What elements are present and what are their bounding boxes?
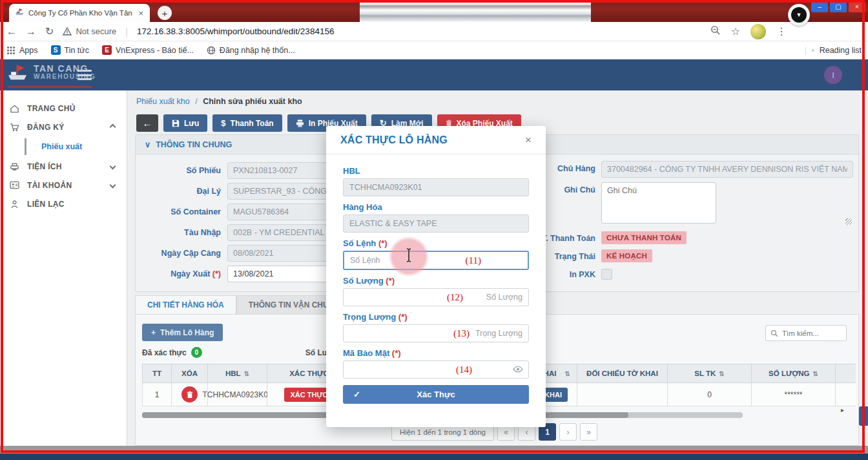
col-header-sl-tk[interactable]: SL TK⇅ bbox=[668, 364, 752, 383]
scroll-right-arrow-icon[interactable]: ▸ bbox=[841, 406, 844, 413]
sidebar-item-trang-chu[interactable]: TRANG CHỦ bbox=[0, 99, 127, 117]
edge-widget[interactable] bbox=[859, 406, 868, 426]
ghi-chu-textarea[interactable] bbox=[601, 182, 716, 224]
modal-so-lenh-input[interactable] bbox=[343, 251, 529, 270]
menu-hamburger-icon[interactable] bbox=[78, 70, 92, 80]
save-label: Lưu bbox=[184, 119, 199, 128]
sidebar-item-tai-khoan[interactable]: TÀI KHOẢN bbox=[0, 176, 127, 194]
modal-so-luong-input[interactable] bbox=[343, 288, 529, 306]
sharepoint-icon: S bbox=[51, 45, 61, 55]
add-lot-button[interactable]: + Thêm Lô Hàng bbox=[142, 324, 223, 341]
modal-title: XÁC THỰC LÔ HÀNG bbox=[340, 134, 448, 146]
annotation-12: (12) bbox=[447, 292, 463, 303]
row-cell-so-luong: ****** bbox=[752, 383, 836, 406]
browser-forward-icon[interactable]: → bbox=[26, 26, 36, 37]
back-button[interactable]: ← bbox=[136, 114, 158, 132]
screen-recorder-button[interactable]: ▼ bbox=[788, 4, 810, 26]
browser-profile-avatar[interactable] bbox=[750, 24, 766, 39]
bookmark-apps-label: Apps bbox=[19, 46, 38, 55]
modal-trong-luong-input[interactable] bbox=[343, 324, 529, 342]
pay-label: Thanh Toán bbox=[231, 119, 274, 128]
collapse-chevron-icon: ∨ bbox=[145, 140, 150, 149]
sidebar-label: TÀI KHOẢN bbox=[27, 181, 72, 190]
modal-ma-bao-mat-input[interactable] bbox=[343, 361, 529, 379]
sidebar-item-phieu-xuat[interactable]: Phiếu xuất bbox=[0, 137, 127, 156]
sidebar-item-lien-lac[interactable]: LIÊN LẠC bbox=[0, 195, 127, 213]
bookmark-star-icon[interactable]: ☆ bbox=[731, 26, 740, 37]
modal-label-ma-bao-mat: Mã Bảo Mật (*) bbox=[343, 348, 529, 358]
show-password-eye-icon[interactable] bbox=[513, 364, 523, 375]
modal-label-so-luong: Số Lượng (*) bbox=[343, 276, 529, 286]
tab-chi-tiet-hang-hoa[interactable]: CHI TIẾT HÀNG HÓA bbox=[135, 295, 236, 315]
breadcrumb: Phiếu xuất kho / Chỉnh sửa phiếu xuất kh… bbox=[136, 97, 302, 106]
bookmark-vnexpress[interactable]: E VnExpress - Báo tiế... bbox=[102, 45, 194, 55]
modal-goods-input bbox=[343, 214, 529, 233]
row-cell-trong-luong bbox=[836, 383, 856, 406]
account-card-icon bbox=[9, 181, 19, 189]
bookmarks-divider: | bbox=[805, 46, 807, 55]
trash-icon bbox=[187, 391, 193, 399]
printer-icon bbox=[296, 120, 304, 127]
col-header-hbl[interactable]: HBL⇅ bbox=[208, 364, 267, 383]
table-search[interactable] bbox=[765, 325, 847, 341]
bookmark-vnexpress-label: VnExpress - Báo tiế... bbox=[116, 46, 194, 55]
breadcrumb-parent-link[interactable]: Phiếu xuất kho bbox=[136, 97, 190, 106]
breadcrumb-separator: / bbox=[195, 97, 197, 106]
bookmark-tin-tuc[interactable]: S Tin tức bbox=[51, 45, 89, 55]
window-maximize-button[interactable]: ▢ bbox=[830, 2, 847, 12]
sidebar-item-dang-ky[interactable]: ĐĂNG KÝ bbox=[0, 118, 127, 136]
sidebar-item-tien-ich[interactable]: TIỆN ÍCH bbox=[0, 158, 127, 175]
contact-person-icon bbox=[9, 200, 19, 209]
verified-count-badge: 0 bbox=[191, 347, 202, 358]
search-input[interactable] bbox=[782, 329, 838, 337]
sidebar: TRANG CHỦ ĐĂNG KÝ Phiếu xuất TIỆN ÍCH TÀ… bbox=[0, 90, 127, 446]
bottom-bar bbox=[0, 454, 868, 460]
sidebar-label: TRANG CHỦ bbox=[27, 104, 76, 113]
add-lot-label: Thêm Lô Hàng bbox=[160, 328, 214, 337]
warning-icon bbox=[63, 27, 72, 36]
zoom-page-icon[interactable] bbox=[710, 25, 721, 38]
pagination-next-button[interactable]: › bbox=[559, 423, 577, 441]
detail-tabs: CHI TIẾT HÀNG HÓA THÔNG TIN VẬN CHUYỂN bbox=[135, 295, 356, 315]
plus-icon: + bbox=[151, 328, 156, 337]
col-header-so-luong[interactable]: SỐ LƯỢNG⇅ bbox=[752, 364, 836, 383]
bookmark-dang-nhap-label: Đăng nhập hệ thốn... bbox=[220, 46, 295, 55]
recorder-caret-icon: ▼ bbox=[791, 7, 807, 23]
pagination-last-button[interactable]: » bbox=[580, 423, 597, 441]
url-field[interactable]: 172.16.38.3:8005/whimport/outbound/edit/… bbox=[137, 26, 701, 36]
sort-icon: ⇅ bbox=[719, 370, 724, 377]
save-button[interactable]: Lưu bbox=[163, 114, 207, 132]
chevron-down-icon bbox=[110, 163, 116, 170]
pay-button[interactable]: $ Thanh Toán bbox=[212, 114, 282, 132]
modal-close-icon[interactable]: × bbox=[525, 134, 532, 147]
bookmark-apps[interactable]: Apps bbox=[6, 46, 38, 55]
in-pxk-checkbox[interactable] bbox=[601, 269, 612, 280]
sort-icon: ⇅ bbox=[244, 370, 249, 377]
browser-tab[interactable]: Công Ty Cổ Phần Kho Vận Tân C × bbox=[9, 4, 150, 22]
window-minimize-button[interactable]: – bbox=[811, 2, 828, 12]
new-tab-button[interactable]: + bbox=[158, 6, 172, 20]
row-cell-tt: 1 bbox=[142, 383, 172, 406]
bookmarks-bar: Apps S Tin tức E VnExpress - Báo tiế... … bbox=[0, 41, 868, 59]
row-delete-button[interactable] bbox=[181, 386, 198, 402]
chu-hang-input bbox=[601, 161, 853, 178]
window-close-button[interactable]: × bbox=[849, 2, 865, 12]
modal-submit-button[interactable]: ✓ Xác Thực bbox=[343, 385, 529, 404]
reading-list-label[interactable]: Reading list bbox=[820, 46, 862, 55]
browser-toolbar: ← → ↻ Not secure | 172.16.38.3:8005/whim… bbox=[0, 22, 868, 41]
user-avatar[interactable]: I bbox=[824, 66, 842, 84]
browser-reload-icon[interactable]: ↻ bbox=[45, 26, 54, 37]
modal-label-hang-hoa: Hàng Hóa bbox=[343, 202, 529, 212]
browser-menu-icon[interactable]: ⋮ bbox=[776, 26, 787, 37]
save-icon bbox=[172, 120, 180, 127]
col-header-tt: TT bbox=[142, 364, 172, 383]
tab-close-icon[interactable]: × bbox=[137, 8, 145, 18]
bookmark-dang-nhap[interactable]: Đăng nhập hệ thốn... bbox=[207, 46, 295, 55]
col-header-trong-luong[interactable]: TRỌNG LƯỢNG⇅ bbox=[836, 364, 856, 383]
browser-back-icon[interactable]: ← bbox=[6, 26, 17, 37]
field-label-dai-ly: Đại Lý bbox=[136, 187, 221, 196]
modal-label-trong-luong: Trọng Lượng (*) bbox=[343, 312, 529, 322]
state-status-badge: KẾ HOẠCH bbox=[601, 249, 652, 262]
annotation-14: (14) bbox=[456, 364, 472, 375]
site-security-chip[interactable]: Not secure bbox=[63, 26, 116, 36]
